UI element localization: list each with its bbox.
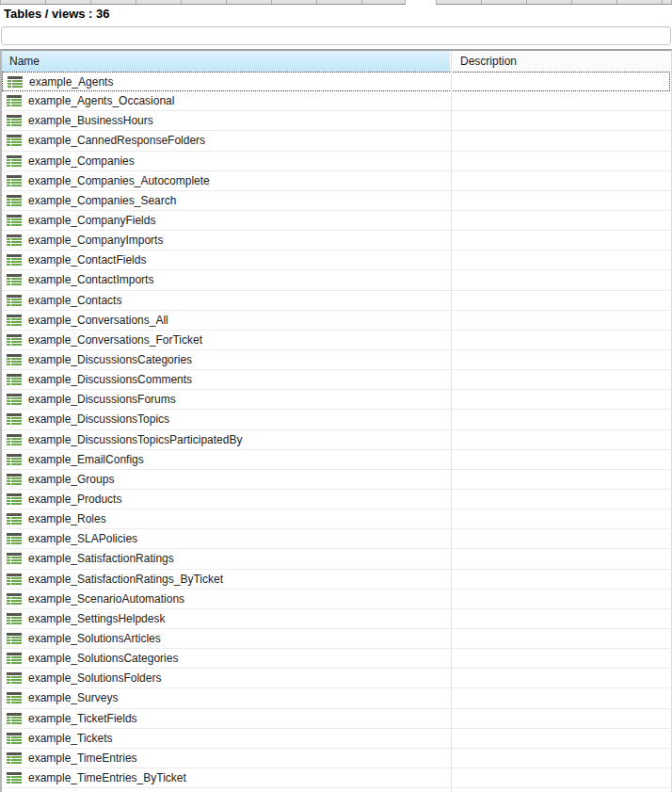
table-row[interactable]: example_Agents: [2, 72, 670, 91]
table-icon: [7, 613, 22, 624]
table-row[interactable]: example_ContactFields: [2, 251, 670, 270]
table-row[interactable]: example_TimeEntries: [2, 749, 670, 768]
table-name-label: example_Agents: [29, 75, 113, 89]
table-name-label: example_Contacts: [28, 294, 121, 307]
table-row[interactable]: example_CompanyFields: [2, 211, 670, 231]
table-name-label: example_SolutionsFolders: [28, 671, 161, 685]
column-header-description[interactable]: Description: [453, 51, 671, 72]
table-name-label: example_CompanyFields: [28, 214, 155, 227]
toolbar-strip-right[interactable]: [436, 0, 672, 5]
table-row[interactable]: example_EmailConfigs: [2, 450, 670, 470]
table-row[interactable]: example_Products: [2, 490, 670, 509]
table-name-label: example_TicketFields: [28, 712, 137, 725]
toolbar-strip-left[interactable]: [0, 0, 406, 5]
table-icon: [7, 553, 22, 564]
table-name-label: example_EmailConfigs: [28, 453, 144, 466]
table-row[interactable]: example_Agents_Occasional: [2, 91, 670, 111]
table-icon: [7, 533, 22, 544]
table-row[interactable]: example_DiscussionsComments: [2, 370, 670, 390]
table-row[interactable]: example_ScenarioAutomations: [2, 590, 670, 609]
table-icon: [7, 295, 22, 306]
table-name-label: example_Conversations_All: [28, 314, 168, 327]
table-icon: [7, 513, 22, 525]
tables-views-panel: Tables / views : 36 Name Description exa…: [0, 0, 672, 792]
table-row[interactable]: example_DiscussionsCategories: [2, 350, 670, 370]
table-row[interactable]: example_CompanyImports: [2, 231, 670, 251]
table-icon: [7, 95, 22, 106]
table-name-label: example_Products: [28, 493, 121, 506]
table-icon: [7, 195, 22, 206]
table-row[interactable]: example_DiscussionsForums: [2, 390, 670, 410]
table-name-label: example_Groups: [28, 473, 114, 486]
table-row[interactable]: example_SLAPolicies: [2, 529, 670, 549]
table-row[interactable]: example_Companies: [2, 152, 670, 171]
table-icon: [7, 354, 22, 365]
table-row[interactable]: example_Contacts: [2, 291, 670, 311]
table-icon: [7, 155, 22, 167]
table-name-label: example_CompanyImports: [28, 234, 163, 247]
table-row[interactable]: example_CannedResponseFolders: [2, 131, 670, 151]
table-row[interactable]: example_Roles: [2, 509, 670, 529]
table-row[interactable]: example_Surveys: [2, 688, 670, 708]
table-icon: [7, 574, 22, 585]
table-row[interactable]: example_SolutionsArticles: [2, 629, 670, 649]
table-row[interactable]: example_SatisfactionRatings: [2, 549, 670, 569]
table-icon: [7, 672, 22, 684]
table-row[interactable]: example_SolutionsFolders: [2, 669, 670, 688]
table-icon: [7, 254, 22, 266]
table-icon: [7, 413, 22, 425]
table-row[interactable]: example_BusinessHours: [2, 111, 670, 131]
table-icon: [7, 474, 22, 485]
table-row[interactable]: example_Tickets: [2, 729, 670, 749]
table-row[interactable]: example_ContactImports: [2, 270, 670, 290]
table-name-label: example_ScenarioAutomations: [28, 592, 184, 606]
table-icon: [7, 593, 22, 605]
table-icon: [7, 653, 22, 664]
table-row[interactable]: example_SolutionsCategories: [2, 649, 670, 669]
table-name-label: example_SatisfactionRatings_ByTicket: [28, 573, 223, 586]
page-title: Tables / views : 36: [4, 7, 109, 21]
column-header-name[interactable]: Name: [2, 51, 450, 72]
table-icon: [7, 374, 22, 385]
table-icon: [7, 394, 22, 405]
table-name-label: example_DiscussionsForums: [28, 393, 176, 406]
filter-input[interactable]: [1, 26, 671, 45]
grid-header: Name Description: [2, 51, 671, 72]
table-name-label: example_TimeEntries_ByTicket: [28, 771, 186, 784]
table-row[interactable]: example_DiscussionsTopicsParticipatedBy: [2, 430, 670, 450]
table-icon: [7, 215, 22, 226]
table-name-label: example_Roles: [28, 512, 106, 525]
column-divider[interactable]: [451, 51, 452, 792]
table-name-label: example_Companies_Autocomplete: [28, 174, 210, 187]
table-icon: [7, 713, 22, 724]
table-row[interactable]: example_Companies_Autocomplete: [2, 171, 670, 191]
table-row[interactable]: example_Conversations_ForTicket: [2, 331, 670, 350]
table-name-label: example_Tickets: [28, 732, 113, 745]
table-name-label: example_DiscussionsComments: [28, 373, 192, 386]
table-row[interactable]: example_SettingsHelpdesk: [2, 609, 670, 629]
table-name-label: example_Agents_Occasional: [28, 94, 174, 107]
table-icon: [7, 434, 22, 445]
table-name-label: example_SLAPolicies: [28, 532, 137, 545]
table-name-label: example_ContactFields: [28, 253, 146, 267]
table-row[interactable]: example_Companies_Search: [2, 191, 670, 211]
table-row[interactable]: example_DiscussionsTopics: [2, 410, 670, 429]
table-row[interactable]: example_SatisfactionRatings_ByTicket: [2, 570, 670, 590]
table-name-label: example_CannedResponseFolders: [28, 134, 205, 147]
table-icon: [7, 315, 22, 326]
table-icon: [8, 76, 23, 88]
table-row[interactable]: example_Groups: [2, 470, 670, 490]
table-name-label: example_Surveys: [28, 691, 118, 704]
table-icon: [7, 274, 22, 285]
table-name-label: example_TimeEntries: [28, 752, 137, 765]
table-icon: [7, 633, 22, 644]
table-row[interactable]: example_Conversations_All: [2, 311, 670, 331]
table-row[interactable]: example_TimeEntries_ByTicket: [2, 768, 670, 788]
table-icon: [7, 334, 22, 346]
table-name-label: example_BusinessHours: [28, 114, 153, 127]
table-icon: [7, 234, 22, 246]
table-name-label: example_SettingsHelpdesk: [28, 612, 165, 625]
table-row[interactable]: example_TicketFields: [2, 709, 670, 729]
table-name-label: example_DiscussionsCategories: [28, 353, 192, 366]
table-name-label: example_Conversations_ForTicket: [28, 333, 202, 347]
